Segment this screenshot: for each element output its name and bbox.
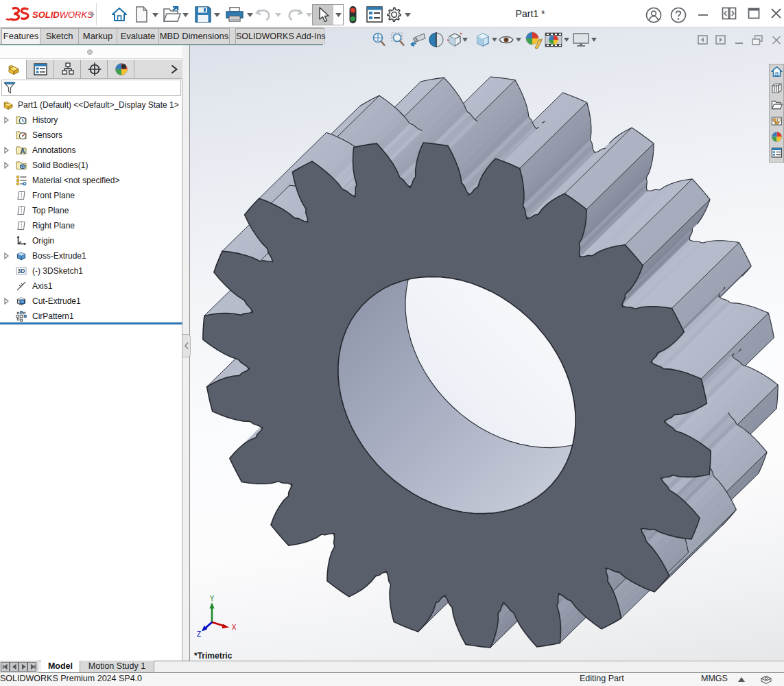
svg-text:X: X	[232, 624, 237, 631]
svg-text:Y: Y	[210, 595, 215, 602]
svg-text:Z: Z	[197, 630, 201, 638]
svg-text:A: A	[20, 147, 25, 155]
svg-text:3D: 3D	[18, 268, 25, 274]
